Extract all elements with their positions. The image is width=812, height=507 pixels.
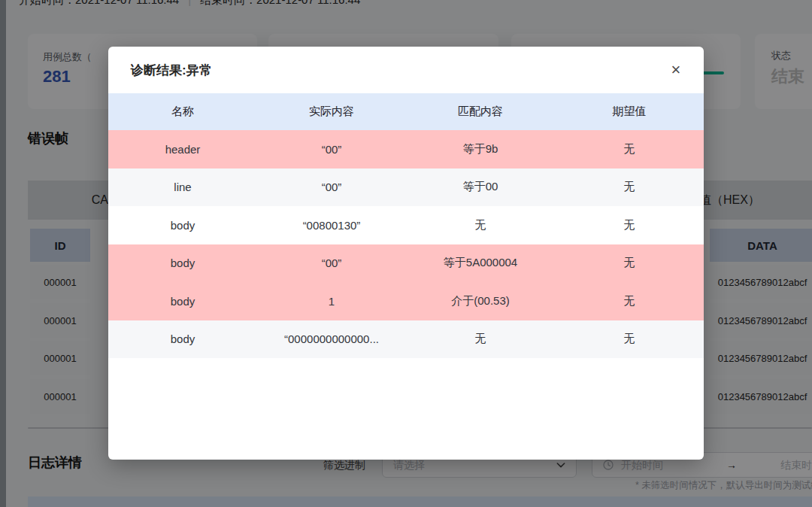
diagnosis-table: 名称 实际内容 匹配内容 期望值 header “00” 等于9b 无 line… [108,93,704,358]
cell-match: 等于9b [406,130,555,168]
cell-name: body [108,320,257,359]
diagnosis-row: body 1 介于(00.53) 无 [108,282,704,320]
cell-match: 介于(00.53) [406,282,555,320]
diagnosis-row: header “00” 等于9b 无 [108,130,704,168]
diagnosis-table-body: header “00” 等于9b 无 line “00” 等于00 无 body… [108,130,704,358]
cell-match: 无 [406,320,555,359]
cell-actual: 1 [257,282,406,320]
cell-actual: “00” [257,130,406,168]
diagnosis-row: line “00” 等于00 无 [108,168,704,207]
diagnosis-row: body “00” 等于5A000004 无 [108,244,704,283]
cell-name: body [108,244,257,283]
diagnosis-row: body “00800130” 无 无 [108,206,704,244]
diagnosis-row: body “0000000000000... 无 无 [108,320,704,359]
col-header-actual: 实际内容 [257,93,406,130]
cell-match: 等于5A000004 [406,244,555,283]
cell-expected: 无 [555,282,704,320]
cell-expected: 无 [555,206,704,244]
col-header-name: 名称 [108,93,257,130]
cell-expected: 无 [555,130,704,168]
modal-header: 诊断结果:异常 × [108,47,704,93]
cell-expected: 无 [555,244,704,283]
col-header-expected: 期望值 [555,93,704,130]
cell-match: 无 [406,206,555,244]
diagnosis-result-modal: 诊断结果:异常 × 名称 实际内容 匹配内容 期望值 header “00” 等… [108,47,704,460]
cell-actual: “00800130” [257,206,406,244]
cell-actual: “0000000000000... [257,320,406,359]
diagnosis-table-header: 名称 实际内容 匹配内容 期望值 [108,93,704,130]
cell-actual: “00” [257,244,406,283]
col-header-match: 匹配内容 [406,93,555,130]
app-root: 开始时间：2021-12-07 11:16:44 | 结束时间：2021-12-… [0,0,812,507]
cell-expected: 无 [555,320,704,359]
cell-name: body [108,282,257,320]
close-icon[interactable]: × [665,59,687,81]
cell-name: line [108,168,257,207]
cell-name: header [108,130,257,168]
cell-match: 等于00 [406,168,555,207]
cell-actual: “00” [257,168,406,207]
cell-name: body [108,206,257,244]
modal-title: 诊断结果:异常 [131,62,212,79]
cell-expected: 无 [555,168,704,207]
